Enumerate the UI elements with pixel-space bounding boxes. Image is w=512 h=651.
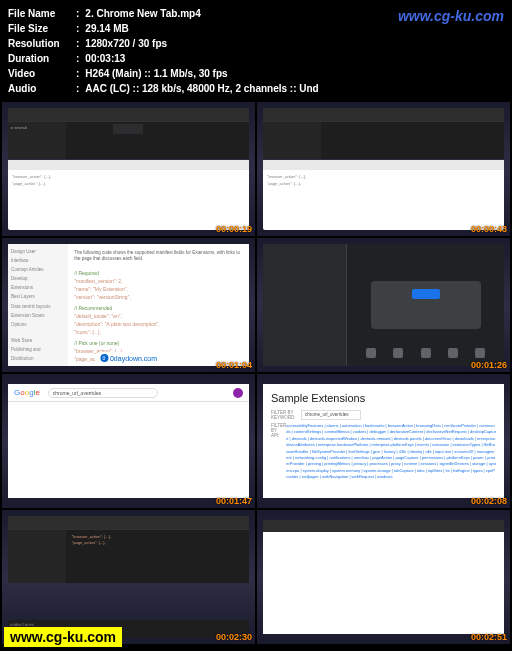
code-editor: "browser_action": {...}, "page_action": … [8,516,249,583]
timestamp: 00:02:30 [216,632,252,642]
docs-sidebar: Design User Interface Concept Articles D… [8,244,68,366]
timestamp: 00:00:43 [471,224,507,234]
timestamp: 00:01:47 [216,496,252,506]
dev-icon [393,348,403,358]
docs-content: The following code shows the supported m… [68,244,249,366]
thumbnail-grid: ▸ newtab "browser_action": {...},"page_a… [0,102,512,644]
api-tags: accessibilityFeatures | alarms | automat… [286,423,496,481]
filesize-value: 29.14 MB [85,21,128,36]
thumbnail-2[interactable]: "browser_action": {...},"page_action": {… [257,102,510,236]
thumbnail-4[interactable]: 00:01:26 [257,238,510,372]
extensions-page: Sample Extensions FILTER BYKEYWORD: chro… [263,384,504,498]
thumbnail-3[interactable]: Design User Interface Concept Articles D… [2,238,255,372]
code-editor: ▸ newtab [8,108,249,159]
thumbnail-7[interactable]: "browser_action": {...}, "page_action": … [2,510,255,644]
audio-label: Audio [8,81,76,96]
code-editor [263,108,504,159]
search-input: chrome_url_overrides [48,388,158,398]
resolution-label: Resolution [8,36,76,51]
thumbnail-1[interactable]: ▸ newtab "browser_action": {...},"page_a… [2,102,255,236]
timestamp: 00:01:04 [216,360,252,370]
audio-value: AAC (LC) :: 128 kb/s, 48000 Hz, 2 channe… [85,81,318,96]
blank-page [263,520,504,634]
video-value: H264 (Main) :: 1.1 Mb/s, 30 fps [85,66,227,81]
duration-label: Duration [8,51,76,66]
google-search-page: Google chrome_url_overrides [8,384,249,498]
thumbnail-8[interactable]: 00:02:51 [257,510,510,644]
resolution-value: 1280x720 / 30 fps [85,36,167,51]
watermark-top: www.cg-ku.com [398,8,504,24]
filename-label: File Name [8,6,76,21]
dev-icon [475,348,485,358]
timestamp: 00:00:19 [216,224,252,234]
video-label: Video [8,66,76,81]
chrome-devtools [263,244,504,366]
duration-value: 00:03:13 [85,51,125,66]
primary-button [412,289,440,299]
timestamp: 00:02:08 [471,496,507,506]
timestamp: 00:02:51 [471,632,507,642]
timestamp: 00:01:26 [471,360,507,370]
filter-input: chrome_url_overrides [301,410,361,420]
thumbnail-5[interactable]: Google chrome_url_overrides 00:01:47 [2,374,255,508]
page-title: Sample Extensions [271,392,496,404]
dev-icon [421,348,431,358]
thumbnail-6[interactable]: Sample Extensions FILTER BYKEYWORD: chro… [257,374,510,508]
browser-window: "browser_action": {...},"page_action": {… [8,160,249,230]
circle-icon: 0 [100,354,108,362]
google-logo: Google [14,388,40,397]
browser-window: "browser_action": {...},"page_action": {… [263,160,504,230]
avatar [233,388,243,398]
daydown-badge: 0 0daydown.com [94,352,163,364]
docs-page: Design User Interface Concept Articles D… [8,244,249,366]
dev-icon [366,348,376,358]
dev-dialog [371,281,481,330]
dev-icon [448,348,458,358]
filename-value: 2. Chrome New Tab.mp4 [85,6,200,21]
watermark-bottom: www.cg-ku.com [4,627,122,647]
filesize-label: File Size [8,21,76,36]
